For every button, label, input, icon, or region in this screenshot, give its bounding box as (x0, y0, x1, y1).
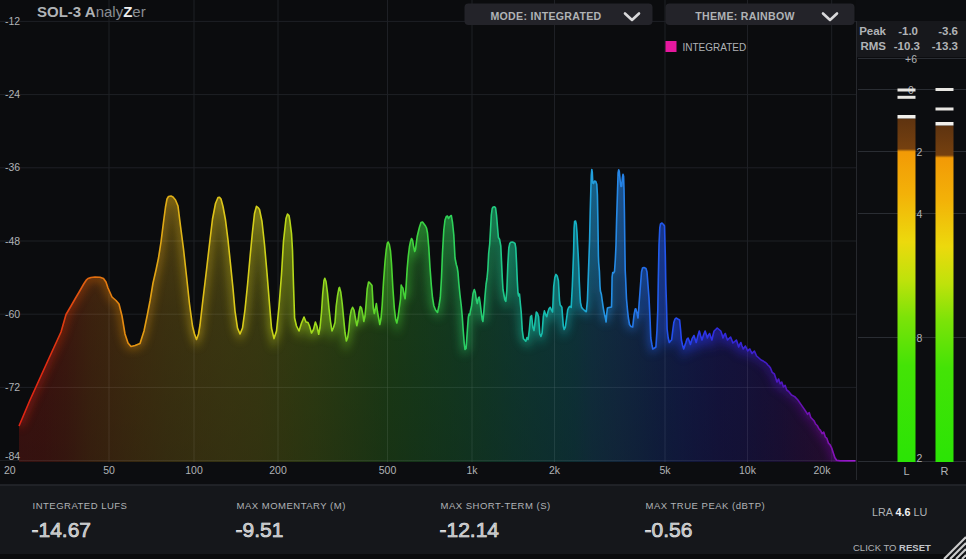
svg-text:1k: 1k (466, 464, 478, 476)
svg-text:MODE: INTEGRATED: MODE: INTEGRATED (490, 10, 601, 22)
svg-text:-0.56: -0.56 (645, 518, 693, 541)
svg-text:-12: -12 (5, 15, 20, 27)
svg-text:-3.6: -3.6 (938, 25, 958, 37)
svg-text:5k: 5k (659, 464, 671, 476)
svg-text:-13.3: -13.3 (932, 40, 958, 52)
svg-text:-36: -36 (5, 161, 20, 173)
svg-text:-60: -60 (5, 308, 20, 320)
svg-text:20k: 20k (814, 464, 832, 476)
svg-text:SOL-3 AnalyZer: SOL-3 AnalyZer (37, 3, 146, 20)
svg-text:LRA 4.6 LU: LRA 4.6 LU (872, 506, 927, 518)
svg-text:-72: -72 (5, 381, 20, 393)
svg-text:100: 100 (185, 464, 203, 476)
svg-text:-10.3: -10.3 (894, 40, 920, 52)
svg-text:-9.51: -9.51 (236, 518, 284, 541)
svg-text:500: 500 (379, 464, 397, 476)
svg-text:2k: 2k (549, 464, 561, 476)
svg-text:+6: +6 (905, 53, 917, 65)
svg-text:2: 2 (917, 146, 923, 158)
svg-text:Peak: Peak (859, 25, 886, 37)
svg-text:-1.0: -1.0 (898, 25, 918, 37)
svg-text:4: 4 (917, 208, 923, 220)
svg-text:INTEGRATED LUFS: INTEGRATED LUFS (33, 500, 128, 511)
svg-text:-48: -48 (5, 235, 20, 247)
svg-text:-12.14: -12.14 (440, 518, 500, 541)
svg-text:-14.67: -14.67 (32, 518, 92, 541)
svg-text:MAX TRUE PEAK (dBTP): MAX TRUE PEAK (dBTP) (646, 500, 766, 511)
svg-text:RMS: RMS (860, 40, 886, 52)
svg-text:R: R (941, 465, 949, 477)
svg-text:L: L (903, 465, 909, 477)
svg-text:-24: -24 (5, 88, 20, 100)
svg-text:2: 2 (917, 452, 923, 464)
svg-text:CLICK TO RESET: CLICK TO RESET (853, 542, 931, 553)
svg-text:200: 200 (269, 464, 287, 476)
svg-text:20: 20 (4, 464, 16, 476)
svg-text:50: 50 (103, 464, 115, 476)
svg-text:INTEGRATED: INTEGRATED (683, 42, 747, 53)
svg-text:10k: 10k (739, 464, 757, 476)
svg-text:8: 8 (917, 332, 923, 344)
svg-text:MAX MOMENTARY (M): MAX MOMENTARY (M) (237, 500, 346, 511)
svg-text:-84: -84 (5, 450, 20, 462)
svg-text:MAX SHORT-TERM (S): MAX SHORT-TERM (S) (441, 500, 551, 511)
svg-text:THEME: RAINBOW: THEME: RAINBOW (695, 10, 795, 22)
